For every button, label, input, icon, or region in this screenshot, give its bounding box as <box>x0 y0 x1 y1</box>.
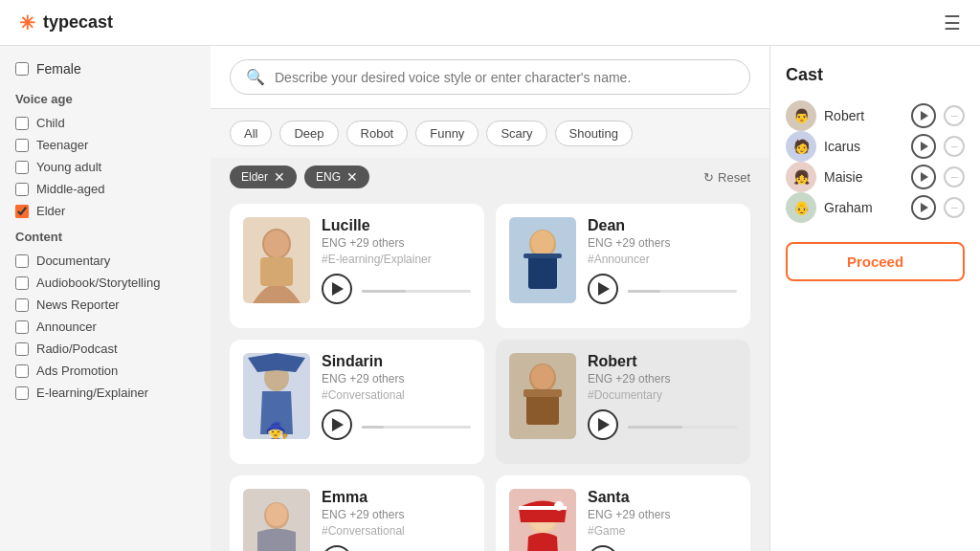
svg-rect-3 <box>260 257 293 286</box>
content-type-checkbox[interactable] <box>15 276 29 290</box>
content-type-checkbox[interactable] <box>15 386 29 400</box>
card-play-button[interactable] <box>322 409 352 440</box>
card-tag: #Game <box>588 524 737 538</box>
filter-pills: AllDeepRobotFunnyScaryShouting <box>211 109 769 158</box>
card-tag: #Documentary <box>588 388 737 402</box>
card-avatar-emma <box>243 489 310 551</box>
card-santa[interactable]: Santa ENG +29 others #Game <box>496 475 750 551</box>
female-checkbox[interactable] <box>15 62 29 76</box>
cast-play-button[interactable] <box>911 165 936 189</box>
card-avatar-sindarin: 🧙 <box>243 353 310 439</box>
active-filters: Elder✕ENG✕↻ Reset <box>211 158 769 196</box>
content-type-item: E-learning/Explainer <box>15 386 195 400</box>
content-type-item: Ads Promotion <box>15 364 195 378</box>
card-progress-fill <box>628 426 682 429</box>
svg-text:🧙: 🧙 <box>265 421 289 439</box>
card-play-button[interactable] <box>322 274 352 304</box>
voice-age-checkbox[interactable] <box>15 117 29 130</box>
card-info: Lucille ENG +29 others #E-learning/Expla… <box>322 217 471 304</box>
card-robert[interactable]: Robert ENG +29 others #Documentary <box>496 340 750 464</box>
content-type-checkbox[interactable] <box>15 320 29 334</box>
female-filter: Female <box>15 61 195 77</box>
card-lang: ENG +29 others <box>588 236 737 250</box>
svg-point-14 <box>531 364 554 389</box>
filter-pill-scary[interactable]: Scary <box>486 121 546 146</box>
card-tag: #Announcer <box>588 253 737 266</box>
cast-remove-button[interactable]: − <box>944 197 965 218</box>
content-type-label: News Reporter <box>36 298 120 312</box>
content-type-list: DocumentaryAudiobook/StorytellingNews Re… <box>15 253 195 400</box>
content-type-item: Audiobook/Storytelling <box>15 276 195 290</box>
card-play-button[interactable] <box>322 545 352 551</box>
filter-pill-robot[interactable]: Robot <box>346 121 409 146</box>
voice-age-item: Middle-aged <box>15 182 195 196</box>
card-lang: ENG +29 others <box>588 508 737 521</box>
content-type-checkbox[interactable] <box>15 342 29 356</box>
card-body: Emma ENG +29 others #Conversational <box>243 489 471 551</box>
card-sindarin[interactable]: 🧙 Sindarin ENG +29 others #Conversationa… <box>230 340 484 464</box>
card-emma[interactable]: Emma ENG +29 others #Conversational <box>230 475 484 551</box>
content-type-item: Documentary <box>15 253 195 268</box>
cast-items: 👨Robert−🧑Icarus−👧Maisie−👴Graham− <box>786 100 965 223</box>
cast-play-button[interactable] <box>911 134 936 159</box>
cast-member-name: Maisie <box>824 169 903 185</box>
cast-remove-button[interactable]: − <box>944 136 965 157</box>
content-type-item: Announcer <box>15 320 195 334</box>
card-play-button[interactable] <box>588 409 618 440</box>
reset-button[interactable]: ↻ Reset <box>703 170 750 185</box>
card-tag: #E-learning/Explainer <box>322 253 471 266</box>
svg-point-2 <box>264 231 289 257</box>
content-type-checkbox[interactable] <box>15 254 29 268</box>
filter-pill-shouting[interactable]: Shouting <box>555 121 633 146</box>
content-type-label: Audiobook/Storytelling <box>36 276 160 290</box>
card-name: Dean <box>588 217 737 234</box>
voice-age-checkbox[interactable] <box>15 161 29 174</box>
proceed-button[interactable]: Proceed <box>786 242 965 281</box>
card-name: Sindarin <box>322 353 471 370</box>
card-dean[interactable]: Dean ENG +29 others #Announcer <box>496 204 750 328</box>
card-body: Santa ENG +29 others #Game <box>509 489 737 551</box>
filter-pill-funny[interactable]: Funny <box>415 121 479 146</box>
search-input[interactable] <box>275 70 734 85</box>
menu-icon[interactable]: ☰ <box>944 11 961 34</box>
content-type-label: Announcer <box>36 320 97 334</box>
card-info: Sindarin ENG +29 others #Conversational <box>322 353 471 440</box>
card-play-button[interactable] <box>588 545 618 551</box>
cast-member-name: Robert <box>824 108 903 123</box>
card-tag: #Conversational <box>322 524 471 538</box>
filter-tag-label: ENG <box>316 170 341 184</box>
content-type-label: Ads Promotion <box>36 364 118 378</box>
card-avatar-lucille <box>243 217 310 303</box>
voice-age-title: Voice age <box>15 92 195 106</box>
content-type-checkbox[interactable] <box>15 364 29 378</box>
cast-remove-button[interactable]: − <box>944 105 965 126</box>
reset-label: Reset <box>718 170 750 185</box>
voice-age-label: Middle-aged <box>36 182 105 196</box>
sidebar: Female Voice age ChildTeenagerYoung adul… <box>0 46 211 551</box>
cast-play-button[interactable] <box>911 103 936 128</box>
card-lang: ENG +29 others <box>588 372 737 386</box>
card-play-button[interactable] <box>588 274 618 304</box>
filter-pill-deep[interactable]: Deep <box>279 121 338 146</box>
search-bar: 🔍 <box>230 59 750 95</box>
filter-tag-remove[interactable]: ✕ <box>346 169 358 185</box>
cast-remove-button[interactable]: − <box>944 166 965 187</box>
cast-play-button[interactable] <box>911 195 936 220</box>
main-layout: Female Voice age ChildTeenagerYoung adul… <box>0 46 980 551</box>
content-type-label: Documentary <box>36 253 110 268</box>
content-type-checkbox[interactable] <box>15 298 29 312</box>
card-info: Dean ENG +29 others #Announcer <box>588 217 737 304</box>
card-lucille[interactable]: Lucille ENG +29 others #E-learning/Expla… <box>230 204 484 328</box>
card-info: Robert ENG +29 others #Documentary <box>588 353 737 440</box>
cast-item: 👨Robert− <box>786 100 965 131</box>
filter-pill-all[interactable]: All <box>230 121 272 146</box>
filter-tag-remove[interactable]: ✕ <box>274 169 285 185</box>
voice-age-checkbox[interactable] <box>15 183 29 196</box>
card-progress-bar <box>362 290 471 293</box>
card-name: Lucille <box>322 217 471 234</box>
content-type-label: E-learning/Explainer <box>36 386 148 400</box>
voice-age-checkbox[interactable] <box>15 205 29 218</box>
card-body: Dean ENG +29 others #Announcer <box>509 217 737 304</box>
cards-scroll[interactable]: Lucille ENG +29 others #E-learning/Expla… <box>211 196 769 551</box>
voice-age-checkbox[interactable] <box>15 139 29 152</box>
